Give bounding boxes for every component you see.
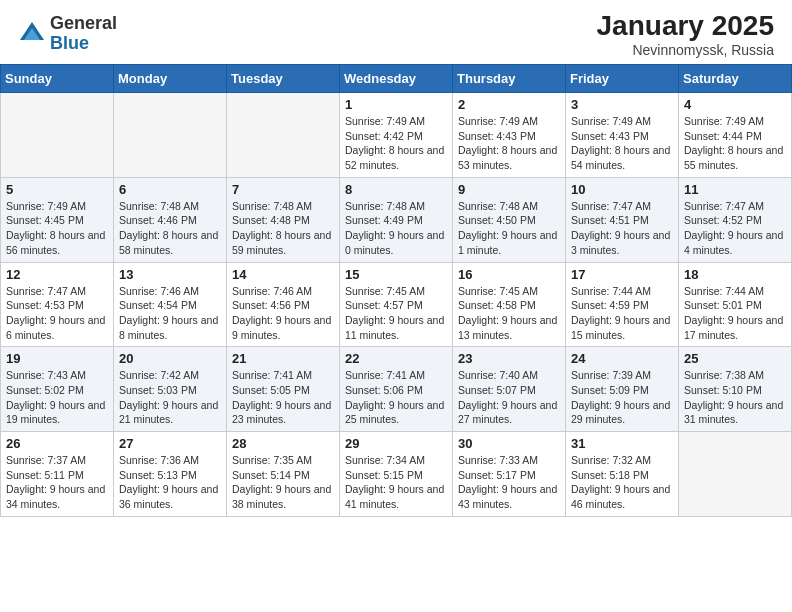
calendar-week-row: 5Sunrise: 7:49 AM Sunset: 4:45 PM Daylig… bbox=[1, 177, 792, 262]
calendar-table: SundayMondayTuesdayWednesdayThursdayFrid… bbox=[0, 64, 792, 517]
calendar-cell: 31Sunrise: 7:32 AM Sunset: 5:18 PM Dayli… bbox=[566, 432, 679, 517]
logo-blue-label: Blue bbox=[50, 34, 117, 54]
weekday-header-sunday: Sunday bbox=[1, 65, 114, 93]
page-header: General Blue January 2025 Nevinnomyssk, … bbox=[0, 0, 792, 64]
day-number: 24 bbox=[571, 351, 673, 366]
calendar-cell: 15Sunrise: 7:45 AM Sunset: 4:57 PM Dayli… bbox=[340, 262, 453, 347]
calendar-cell: 11Sunrise: 7:47 AM Sunset: 4:52 PM Dayli… bbox=[679, 177, 792, 262]
day-info: Sunrise: 7:49 AM Sunset: 4:42 PM Dayligh… bbox=[345, 114, 447, 173]
calendar-cell: 24Sunrise: 7:39 AM Sunset: 5:09 PM Dayli… bbox=[566, 347, 679, 432]
calendar-cell: 1Sunrise: 7:49 AM Sunset: 4:42 PM Daylig… bbox=[340, 93, 453, 178]
calendar-cell: 10Sunrise: 7:47 AM Sunset: 4:51 PM Dayli… bbox=[566, 177, 679, 262]
day-info: Sunrise: 7:41 AM Sunset: 5:05 PM Dayligh… bbox=[232, 368, 334, 427]
day-number: 6 bbox=[119, 182, 221, 197]
calendar-cell: 6Sunrise: 7:48 AM Sunset: 4:46 PM Daylig… bbox=[114, 177, 227, 262]
calendar-cell: 3Sunrise: 7:49 AM Sunset: 4:43 PM Daylig… bbox=[566, 93, 679, 178]
day-number: 10 bbox=[571, 182, 673, 197]
calendar-cell bbox=[679, 432, 792, 517]
day-number: 29 bbox=[345, 436, 447, 451]
calendar-cell bbox=[114, 93, 227, 178]
day-number: 19 bbox=[6, 351, 108, 366]
day-info: Sunrise: 7:49 AM Sunset: 4:44 PM Dayligh… bbox=[684, 114, 786, 173]
day-number: 31 bbox=[571, 436, 673, 451]
day-info: Sunrise: 7:44 AM Sunset: 4:59 PM Dayligh… bbox=[571, 284, 673, 343]
day-number: 21 bbox=[232, 351, 334, 366]
weekday-header-thursday: Thursday bbox=[453, 65, 566, 93]
day-number: 25 bbox=[684, 351, 786, 366]
calendar-cell: 19Sunrise: 7:43 AM Sunset: 5:02 PM Dayli… bbox=[1, 347, 114, 432]
calendar-cell: 25Sunrise: 7:38 AM Sunset: 5:10 PM Dayli… bbox=[679, 347, 792, 432]
calendar-cell: 8Sunrise: 7:48 AM Sunset: 4:49 PM Daylig… bbox=[340, 177, 453, 262]
day-info: Sunrise: 7:40 AM Sunset: 5:07 PM Dayligh… bbox=[458, 368, 560, 427]
day-info: Sunrise: 7:39 AM Sunset: 5:09 PM Dayligh… bbox=[571, 368, 673, 427]
day-info: Sunrise: 7:48 AM Sunset: 4:49 PM Dayligh… bbox=[345, 199, 447, 258]
weekday-header-saturday: Saturday bbox=[679, 65, 792, 93]
day-info: Sunrise: 7:49 AM Sunset: 4:45 PM Dayligh… bbox=[6, 199, 108, 258]
day-info: Sunrise: 7:46 AM Sunset: 4:54 PM Dayligh… bbox=[119, 284, 221, 343]
day-number: 2 bbox=[458, 97, 560, 112]
day-info: Sunrise: 7:32 AM Sunset: 5:18 PM Dayligh… bbox=[571, 453, 673, 512]
day-info: Sunrise: 7:48 AM Sunset: 4:46 PM Dayligh… bbox=[119, 199, 221, 258]
day-number: 18 bbox=[684, 267, 786, 282]
day-number: 27 bbox=[119, 436, 221, 451]
day-info: Sunrise: 7:45 AM Sunset: 4:57 PM Dayligh… bbox=[345, 284, 447, 343]
day-number: 5 bbox=[6, 182, 108, 197]
day-number: 12 bbox=[6, 267, 108, 282]
calendar-cell: 18Sunrise: 7:44 AM Sunset: 5:01 PM Dayli… bbox=[679, 262, 792, 347]
calendar-cell: 20Sunrise: 7:42 AM Sunset: 5:03 PM Dayli… bbox=[114, 347, 227, 432]
calendar-week-row: 1Sunrise: 7:49 AM Sunset: 4:42 PM Daylig… bbox=[1, 93, 792, 178]
day-number: 3 bbox=[571, 97, 673, 112]
calendar-cell: 29Sunrise: 7:34 AM Sunset: 5:15 PM Dayli… bbox=[340, 432, 453, 517]
calendar-cell: 22Sunrise: 7:41 AM Sunset: 5:06 PM Dayli… bbox=[340, 347, 453, 432]
day-info: Sunrise: 7:49 AM Sunset: 4:43 PM Dayligh… bbox=[458, 114, 560, 173]
day-number: 15 bbox=[345, 267, 447, 282]
day-number: 4 bbox=[684, 97, 786, 112]
title-block: January 2025 Nevinnomyssk, Russia bbox=[597, 10, 774, 58]
logo-text: General Blue bbox=[50, 14, 117, 54]
day-info: Sunrise: 7:45 AM Sunset: 4:58 PM Dayligh… bbox=[458, 284, 560, 343]
weekday-header-monday: Monday bbox=[114, 65, 227, 93]
day-number: 9 bbox=[458, 182, 560, 197]
day-info: Sunrise: 7:33 AM Sunset: 5:17 PM Dayligh… bbox=[458, 453, 560, 512]
calendar-cell: 12Sunrise: 7:47 AM Sunset: 4:53 PM Dayli… bbox=[1, 262, 114, 347]
day-info: Sunrise: 7:43 AM Sunset: 5:02 PM Dayligh… bbox=[6, 368, 108, 427]
calendar-cell: 23Sunrise: 7:40 AM Sunset: 5:07 PM Dayli… bbox=[453, 347, 566, 432]
calendar-cell: 27Sunrise: 7:36 AM Sunset: 5:13 PM Dayli… bbox=[114, 432, 227, 517]
day-number: 26 bbox=[6, 436, 108, 451]
day-info: Sunrise: 7:41 AM Sunset: 5:06 PM Dayligh… bbox=[345, 368, 447, 427]
weekday-header-tuesday: Tuesday bbox=[227, 65, 340, 93]
logo-general-label: General bbox=[50, 14, 117, 34]
day-info: Sunrise: 7:37 AM Sunset: 5:11 PM Dayligh… bbox=[6, 453, 108, 512]
day-number: 8 bbox=[345, 182, 447, 197]
calendar-cell: 17Sunrise: 7:44 AM Sunset: 4:59 PM Dayli… bbox=[566, 262, 679, 347]
day-number: 14 bbox=[232, 267, 334, 282]
day-number: 13 bbox=[119, 267, 221, 282]
day-info: Sunrise: 7:47 AM Sunset: 4:51 PM Dayligh… bbox=[571, 199, 673, 258]
day-number: 23 bbox=[458, 351, 560, 366]
day-number: 20 bbox=[119, 351, 221, 366]
calendar-week-row: 19Sunrise: 7:43 AM Sunset: 5:02 PM Dayli… bbox=[1, 347, 792, 432]
location-subtitle: Nevinnomyssk, Russia bbox=[597, 42, 774, 58]
calendar-week-row: 12Sunrise: 7:47 AM Sunset: 4:53 PM Dayli… bbox=[1, 262, 792, 347]
logo-icon bbox=[18, 20, 46, 48]
weekday-header-row: SundayMondayTuesdayWednesdayThursdayFrid… bbox=[1, 65, 792, 93]
month-year-title: January 2025 bbox=[597, 10, 774, 42]
day-number: 1 bbox=[345, 97, 447, 112]
day-info: Sunrise: 7:48 AM Sunset: 4:50 PM Dayligh… bbox=[458, 199, 560, 258]
day-info: Sunrise: 7:44 AM Sunset: 5:01 PM Dayligh… bbox=[684, 284, 786, 343]
day-number: 16 bbox=[458, 267, 560, 282]
calendar-cell: 13Sunrise: 7:46 AM Sunset: 4:54 PM Dayli… bbox=[114, 262, 227, 347]
calendar-cell: 14Sunrise: 7:46 AM Sunset: 4:56 PM Dayli… bbox=[227, 262, 340, 347]
calendar-cell bbox=[1, 93, 114, 178]
weekday-header-wednesday: Wednesday bbox=[340, 65, 453, 93]
calendar-cell: 9Sunrise: 7:48 AM Sunset: 4:50 PM Daylig… bbox=[453, 177, 566, 262]
logo: General Blue bbox=[18, 14, 117, 54]
day-info: Sunrise: 7:36 AM Sunset: 5:13 PM Dayligh… bbox=[119, 453, 221, 512]
day-number: 11 bbox=[684, 182, 786, 197]
day-number: 28 bbox=[232, 436, 334, 451]
calendar-cell bbox=[227, 93, 340, 178]
calendar-cell: 16Sunrise: 7:45 AM Sunset: 4:58 PM Dayli… bbox=[453, 262, 566, 347]
day-info: Sunrise: 7:48 AM Sunset: 4:48 PM Dayligh… bbox=[232, 199, 334, 258]
calendar-cell: 5Sunrise: 7:49 AM Sunset: 4:45 PM Daylig… bbox=[1, 177, 114, 262]
calendar-cell: 30Sunrise: 7:33 AM Sunset: 5:17 PM Dayli… bbox=[453, 432, 566, 517]
